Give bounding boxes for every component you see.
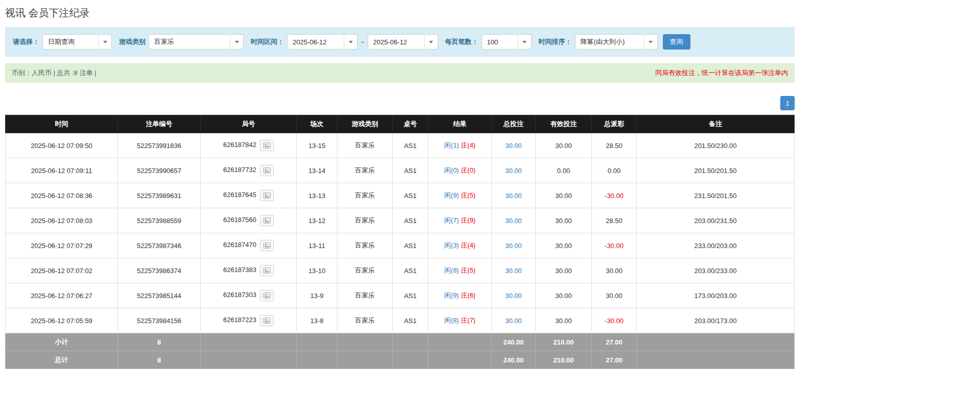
query-type-select[interactable]: 日期查询 xyxy=(42,34,112,50)
round-number: 626187842 xyxy=(223,141,256,149)
payout-value: -30.00 xyxy=(605,242,624,250)
table-row: 2025-06-12 07:05:59522573984156626187223… xyxy=(6,308,795,333)
payout-value: 28.50 xyxy=(606,217,623,225)
column-header: 有效投注 xyxy=(536,115,592,133)
per-page-value[interactable]: 100 xyxy=(482,34,518,50)
valid-bet-cell: 30.00 xyxy=(536,208,592,233)
video-replay-icon[interactable] xyxy=(260,140,274,151)
total-bet-link[interactable]: 30.00 xyxy=(505,267,522,275)
payout-cell: -30.00 xyxy=(592,308,637,333)
video-replay-icon[interactable] xyxy=(260,265,274,276)
chevron-down-icon[interactable] xyxy=(518,34,532,50)
time-sort-select[interactable]: 降冪(由大到小) xyxy=(575,34,658,50)
date-to-picker[interactable]: 2025-06-12 xyxy=(368,34,438,50)
valid-bet-cell: 0.00 xyxy=(536,158,592,183)
total-bet-link[interactable]: 30.00 xyxy=(505,142,522,150)
per-page-label: 每页笔数： xyxy=(445,37,479,46)
result-player: 闲(8) xyxy=(444,316,459,324)
total-bet-link[interactable]: 30.00 xyxy=(505,167,522,175)
video-replay-icon[interactable] xyxy=(260,315,274,326)
table-number-cell: AS1 xyxy=(393,308,428,333)
total-bet-link[interactable]: 30.00 xyxy=(505,292,522,300)
video-replay-icon[interactable] xyxy=(260,165,274,176)
payout-value: 30.00 xyxy=(606,292,623,300)
time-cell: 2025-06-12 07:09:11 xyxy=(6,158,118,183)
game-type-value[interactable]: 百家乐 xyxy=(149,34,230,50)
video-replay-icon[interactable] xyxy=(260,190,274,201)
result-cell: 闲(7) 庄(9) xyxy=(428,208,492,233)
table-number-cell: AS1 xyxy=(393,133,428,158)
date-to-value[interactable]: 2025-06-12 xyxy=(368,34,425,50)
subtotal-empty xyxy=(201,333,297,351)
time-sort-value[interactable]: 降冪(由大到小) xyxy=(575,34,644,50)
session-cell: 13-10 xyxy=(297,258,338,283)
date-range-tilde: ~ xyxy=(361,38,365,46)
game-type-cell: 百家乐 xyxy=(338,158,393,183)
subtotal-payout: 27.00 xyxy=(592,333,637,351)
chevron-down-icon[interactable] xyxy=(424,34,438,50)
per-page-select[interactable]: 100 xyxy=(482,34,532,50)
total-empty xyxy=(393,351,428,369)
session-cell: 13-9 xyxy=(297,283,338,308)
column-header: 游戏类别 xyxy=(338,115,393,133)
video-replay-icon[interactable] xyxy=(260,290,274,301)
query-type-value[interactable]: 日期查询 xyxy=(42,34,99,50)
table-number-cell: AS1 xyxy=(393,233,428,258)
filter-bar: 请选择： 日期查询 游戏类别 百家乐 时间区间： 2025-06-12 ~ 20… xyxy=(5,27,795,57)
payout-value: 30.00 xyxy=(606,267,623,275)
pagination: 1 xyxy=(5,96,795,110)
date-from-picker[interactable]: 2025-06-12 xyxy=(287,34,357,50)
result-player: 闲(8) xyxy=(444,266,459,274)
payout-cell: 28.50 xyxy=(592,208,637,233)
table-row: 2025-06-12 07:08:36522573989631626187645… xyxy=(6,183,795,208)
payout-cell: 28.50 xyxy=(592,133,637,158)
total-bet-cell: 30.00 xyxy=(492,283,536,308)
total-empty xyxy=(297,351,338,369)
total-bet-link[interactable]: 30.00 xyxy=(505,317,522,325)
round-cell: 626187645 xyxy=(201,183,297,208)
total-bet-link[interactable]: 30.00 xyxy=(505,217,522,225)
page-number-button[interactable]: 1 xyxy=(780,96,795,110)
total-bet-cell: 30.00 xyxy=(492,183,536,208)
round-number: 626187383 xyxy=(223,266,256,274)
chevron-down-icon[interactable] xyxy=(230,34,244,50)
note-cell: 203.00/231.50 xyxy=(637,208,795,233)
round-cell: 626187223 xyxy=(201,308,297,333)
time-cell: 2025-06-12 07:06:27 xyxy=(6,283,118,308)
column-header: 结果 xyxy=(428,115,492,133)
round-number: 626187470 xyxy=(223,241,256,249)
result-player: 闲(7) xyxy=(444,216,459,224)
session-cell: 13-11 xyxy=(297,233,338,258)
total-label: 总计 xyxy=(6,351,118,369)
chevron-down-icon[interactable] xyxy=(644,34,658,50)
valid-bet-cell: 30.00 xyxy=(536,233,592,258)
subtotal-valid-bet: 210.00 xyxy=(536,333,592,351)
total-bet-link[interactable]: 30.00 xyxy=(505,242,522,250)
game-type-cell: 百家乐 xyxy=(338,183,393,208)
total-total-bet: 240.00 xyxy=(492,351,536,369)
chevron-down-icon[interactable] xyxy=(344,34,357,50)
result-banker: 庄(6) xyxy=(461,291,475,299)
payout-value: 28.50 xyxy=(606,142,623,150)
search-button[interactable]: 查询 xyxy=(663,34,690,50)
time-cell: 2025-06-12 07:08:03 xyxy=(6,208,118,233)
chevron-down-icon[interactable] xyxy=(98,34,112,50)
date-from-value[interactable]: 2025-06-12 xyxy=(287,34,344,50)
game-type-select[interactable]: 百家乐 xyxy=(149,34,244,50)
total-row: 总计8240.00210.0027.00 xyxy=(6,351,795,369)
session-cell: 13-13 xyxy=(297,183,338,208)
total-bet-cell: 30.00 xyxy=(492,158,536,183)
table-number-cell: AS1 xyxy=(393,283,428,308)
note-cell: 201.50/230.00 xyxy=(637,133,795,158)
subtotal-empty xyxy=(637,333,795,351)
video-replay-icon[interactable] xyxy=(260,215,274,226)
note-cell: 201.50/201.50 xyxy=(637,158,795,183)
round-number: 626187645 xyxy=(223,191,256,199)
payout-cell: 30.00 xyxy=(592,283,637,308)
round-number: 626187560 xyxy=(223,216,256,224)
table-row: 2025-06-12 07:06:27522573985144626187303… xyxy=(6,283,795,308)
game-type-cell: 百家乐 xyxy=(338,233,393,258)
video-replay-icon[interactable] xyxy=(260,240,274,251)
total-bet-link[interactable]: 30.00 xyxy=(505,192,522,200)
payout-cell: 30.00 xyxy=(592,258,637,283)
